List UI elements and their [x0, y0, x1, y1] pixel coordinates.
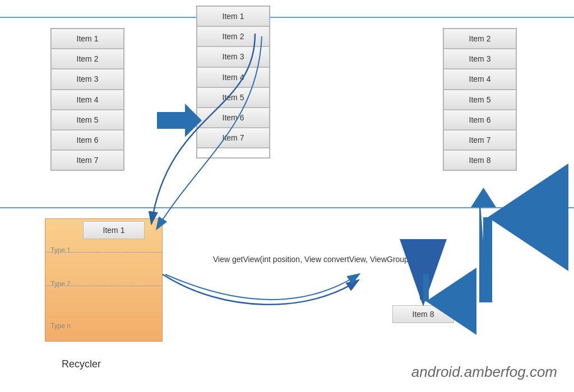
- right-list-item-2: Item 3: [443, 49, 516, 69]
- item-standalone: Item 8: [392, 305, 454, 323]
- left-list-item-5: Item 5: [51, 110, 124, 130]
- right-list-item-4: Item 5: [443, 90, 516, 110]
- left-list-item-1: Item 1: [51, 29, 124, 49]
- type1-label: Type 1: [50, 246, 71, 254]
- typen-label: Type n: [50, 322, 71, 330]
- left-list-item-4: Item 4: [51, 90, 124, 110]
- mid-list-item-7: Item 7: [197, 128, 270, 148]
- type2-line: [45, 286, 163, 286]
- mid-list-item-6: Item 6: [197, 108, 270, 128]
- middle-list-column: Item 1Item 2Item 3Item 4Item 5Item 6Item…: [196, 6, 270, 158]
- mid-list-item-2: Item 2: [197, 26, 270, 46]
- type1-line: [45, 252, 163, 253]
- right-list-item-7: Item 8: [443, 150, 516, 170]
- watermark: android.amberfog.com: [411, 363, 557, 381]
- left-list-column: Item 1Item 2Item 3Item 4Item 5Item 6Item…: [50, 28, 124, 171]
- right-list-column: Item 2Item 3Item 4Item 5Item 6Item 7Item…: [443, 28, 517, 171]
- top-horizontal-line: [0, 17, 574, 18]
- left-list-item-3: Item 3: [51, 69, 124, 89]
- mid-list-item-3: Item 3: [197, 46, 270, 67]
- left-list-item-2: Item 2: [51, 49, 124, 69]
- curve-arrow-recycler-to-getview: [163, 274, 359, 305]
- right-list-item-6: Item 7: [443, 130, 516, 150]
- recycler-label: Recycler: [62, 358, 101, 370]
- right-list-item-5: Item 6: [443, 110, 516, 130]
- right-list-item-3: Item 4: [443, 69, 516, 89]
- mid-list-item-5: Item 5: [197, 87, 270, 108]
- mid-empty-slot: [197, 148, 270, 158]
- left-list-item-7: Item 7: [51, 150, 124, 170]
- right-list-item-1: Item 2: [443, 29, 516, 49]
- getview-text: View getView(int position, View convertV…: [213, 255, 436, 264]
- up-arrow-item8-to-col-right: [471, 188, 496, 302]
- left-list-item-6: Item 6: [51, 130, 124, 150]
- mid-list-item-4: Item 4: [197, 67, 270, 87]
- right-arrow: [157, 104, 202, 137]
- item-in-recycler: Item 1: [83, 221, 145, 239]
- arrow-recycler-to-adapter: [165, 274, 359, 300]
- type2-label: Type 2: [50, 280, 71, 288]
- mid-list-item-1: Item 1: [197, 6, 270, 26]
- bottom-horizontal-line: [0, 207, 574, 208]
